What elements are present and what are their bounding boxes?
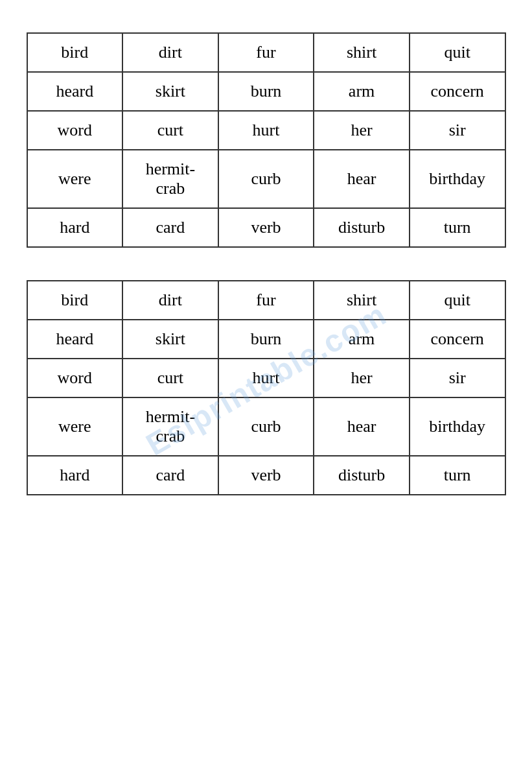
table-row: birddirtfurshirtquit	[27, 33, 505, 72]
table-cell: were	[27, 150, 123, 208]
table-row: hardcardverbdisturbturn	[27, 208, 505, 247]
table-cell: hard	[27, 208, 123, 247]
table-cell: concern	[410, 320, 505, 359]
word-table-2: birddirtfurshirtquitheardskirtburnarmcon…	[27, 280, 506, 495]
table-cell: curb	[218, 397, 314, 456]
table-cell: disturb	[314, 456, 410, 495]
table-row: werehermit-crabcurbhearbirthday	[27, 150, 505, 208]
table-row: wordcurthurthersir	[27, 359, 505, 397]
table-cell: card	[122, 208, 218, 247]
table-cell: hurt	[218, 111, 314, 150]
word-table-1: birddirtfurshirtquitheardskirtburnarmcon…	[27, 32, 506, 248]
table-cell: hermit-crab	[122, 150, 218, 208]
table-cell: arm	[314, 72, 410, 111]
table-cell: sir	[410, 111, 505, 150]
table-cell: burn	[218, 320, 314, 359]
table-cell: her	[314, 111, 410, 150]
table-cell: heard	[27, 72, 123, 111]
table-cell: shirt	[314, 33, 410, 72]
table-cell: shirt	[314, 281, 410, 320]
table-row: werehermit-crabcurbhearbirthday	[27, 397, 505, 456]
table-row: wordcurthurthersir	[27, 111, 505, 150]
table-cell: hurt	[218, 359, 314, 397]
table-cell: hard	[27, 456, 123, 495]
table-cell: verb	[218, 208, 314, 247]
table-cell: burn	[218, 72, 314, 111]
table-cell: dirt	[122, 281, 218, 320]
table-cell: hear	[314, 150, 410, 208]
table-cell: her	[314, 359, 410, 397]
table-cell: turn	[410, 456, 505, 495]
table-cell: turn	[410, 208, 505, 247]
table-cell: word	[27, 111, 123, 150]
table-cell: bird	[27, 33, 123, 72]
table-cell: bird	[27, 281, 123, 320]
table-cell: fur	[218, 33, 314, 72]
table-cell: hermit-crab	[122, 397, 218, 456]
table-cell: word	[27, 359, 123, 397]
table-row: birddirtfurshirtquit	[27, 281, 505, 320]
table-cell: skirt	[122, 320, 218, 359]
table-cell: arm	[314, 320, 410, 359]
table-row: heardskirtburnarmconcern	[27, 320, 505, 359]
table-row: heardskirtburnarmconcern	[27, 72, 505, 111]
table-cell: birthday	[410, 397, 505, 456]
table-cell: birthday	[410, 150, 505, 208]
table-cell: curt	[122, 111, 218, 150]
table-cell: hear	[314, 397, 410, 456]
table-cell: dirt	[122, 33, 218, 72]
table-cell: disturb	[314, 208, 410, 247]
table-cell: card	[122, 456, 218, 495]
table-cell: fur	[218, 281, 314, 320]
table-cell: curt	[122, 359, 218, 397]
table-cell: verb	[218, 456, 314, 495]
table-row: hardcardverbdisturbturn	[27, 456, 505, 495]
table-cell: quit	[410, 33, 505, 72]
table-cell: heard	[27, 320, 123, 359]
table-cell: were	[27, 397, 123, 456]
table-cell: skirt	[122, 72, 218, 111]
table-cell: quit	[410, 281, 505, 320]
table-cell: concern	[410, 72, 505, 111]
table-cell: curb	[218, 150, 314, 208]
table-cell: sir	[410, 359, 505, 397]
